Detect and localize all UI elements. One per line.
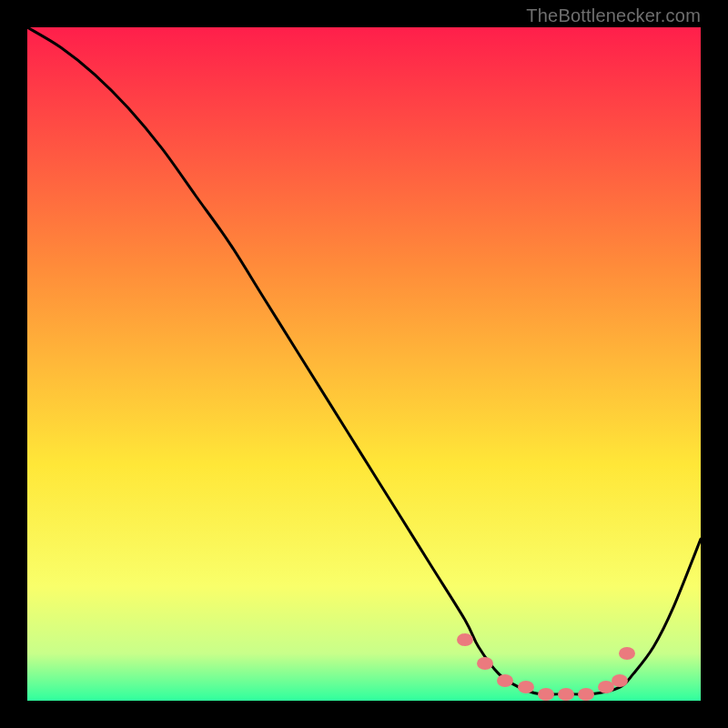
- marker-dot: [538, 688, 554, 701]
- plot-area: [27, 27, 701, 701]
- marker-dot: [497, 674, 513, 687]
- bottleneck-curve: [27, 27, 701, 701]
- chart-frame: TheBottlenecker.com: [0, 0, 728, 728]
- watermark-text: TheBottlenecker.com: [526, 5, 701, 26]
- marker-dot: [578, 688, 594, 701]
- marker-dot: [457, 633, 473, 646]
- marker-dot: [477, 657, 493, 670]
- marker-dot: [518, 681, 534, 693]
- marker-dot: [619, 647, 635, 660]
- marker-dot: [612, 674, 628, 687]
- marker-dot: [558, 688, 574, 701]
